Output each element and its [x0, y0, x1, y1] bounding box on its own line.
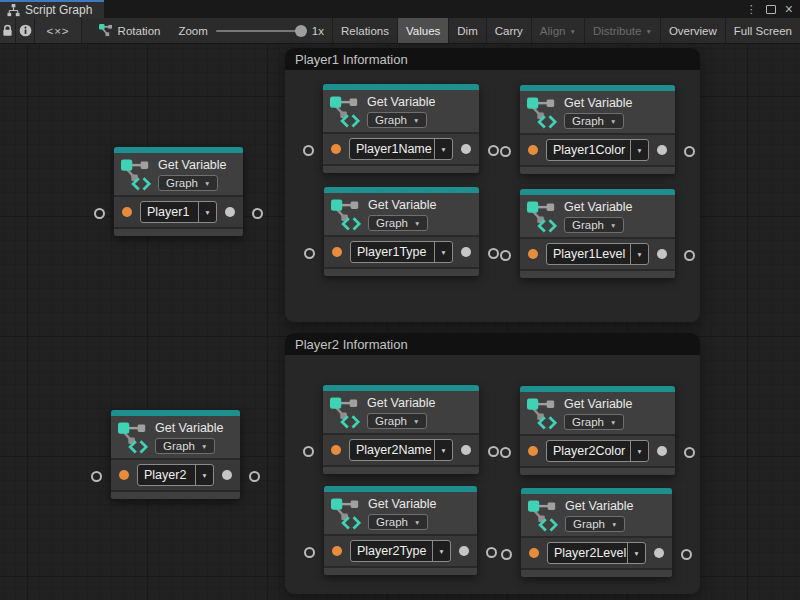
right-connection-port[interactable]: [684, 146, 695, 157]
overview-button[interactable]: Overview: [661, 18, 726, 43]
get-variable-node-player2color[interactable]: Get Variable Graph ▼ Player2Color ▼: [520, 386, 675, 475]
right-connection-port[interactable]: [249, 471, 260, 482]
right-connection-port[interactable]: [488, 446, 499, 457]
node-header-text: Get Variable Graph ▼: [368, 198, 437, 231]
group-header[interactable]: Player2 Information: [285, 333, 700, 355]
scope-dropdown[interactable]: Graph ▼: [155, 438, 215, 454]
info-button[interactable]: [16, 18, 35, 43]
window-menu-icon[interactable]: ⋮: [746, 4, 757, 15]
left-connection-port[interactable]: [303, 145, 314, 156]
left-connection-port[interactable]: [304, 547, 315, 558]
scope-dropdown[interactable]: Graph ▼: [564, 414, 624, 430]
right-connection-port[interactable]: [252, 208, 263, 219]
get-variable-node-player2[interactable]: Get Variable Graph ▼ Player2 ▼: [111, 410, 240, 499]
variable-icon: [527, 96, 557, 129]
right-connection-port[interactable]: [488, 248, 499, 259]
scope-dropdown[interactable]: Graph ▼: [158, 175, 218, 191]
variable-dropdown[interactable]: Player2Type ▼: [350, 540, 451, 562]
right-connection-port[interactable]: [681, 549, 692, 560]
left-connection-port[interactable]: [91, 471, 102, 482]
variable-dropdown[interactable]: Player1Level ▼: [546, 243, 649, 265]
chevron-down-icon[interactable]: ▼: [432, 541, 450, 561]
full-screen-button[interactable]: Full Screen: [726, 18, 800, 43]
get-variable-node-player1type[interactable]: Get Variable Graph ▼ Player1Type ▼: [324, 187, 479, 276]
chevron-down-icon[interactable]: ▼: [434, 139, 452, 159]
chevron-down-icon[interactable]: ▼: [627, 543, 645, 563]
scope-dropdown[interactable]: Graph ▼: [367, 112, 427, 128]
variable-dropdown[interactable]: Player2 ▼: [137, 464, 214, 486]
variable-dropdown[interactable]: Player2Level ▼: [547, 542, 646, 564]
rotation-control[interactable]: Rotation: [82, 18, 171, 43]
scope-dropdown[interactable]: Graph ▼: [564, 217, 624, 233]
chevron-down-icon[interactable]: ▼: [195, 465, 213, 485]
chevron-down-icon[interactable]: ▼: [434, 242, 452, 262]
right-connection-port[interactable]: [486, 547, 497, 558]
chevron-down-icon[interactable]: ▼: [630, 140, 648, 160]
chevron-down-icon[interactable]: ▼: [434, 440, 452, 460]
get-variable-node-player1level[interactable]: Get Variable Graph ▼ Player1Level ▼: [520, 189, 675, 278]
dim-button[interactable]: Dim: [449, 18, 486, 43]
variable-icon: [528, 499, 558, 532]
variable-dropdown[interactable]: Player2Name ▼: [349, 439, 453, 461]
chevron-down-icon[interactable]: ▼: [198, 202, 216, 222]
input-port-dot[interactable]: [119, 470, 129, 480]
variable-icon: [330, 396, 360, 429]
tab-script-graph[interactable]: Script Graph: [0, 0, 104, 18]
left-connection-port[interactable]: [303, 446, 314, 457]
node-header: Get Variable Graph ▼: [111, 416, 240, 458]
scope-dropdown[interactable]: Graph ▼: [368, 215, 428, 231]
input-port-dot[interactable]: [331, 445, 341, 455]
scope-dropdown[interactable]: Graph ▼: [367, 413, 427, 429]
input-port-dot[interactable]: [528, 145, 538, 155]
values-button[interactable]: Values: [398, 18, 449, 43]
variable-dropdown[interactable]: Player2Color ▼: [546, 440, 649, 462]
input-port-dot[interactable]: [332, 247, 342, 257]
close-icon[interactable]: ×: [785, 2, 793, 16]
graph-canvas[interactable]: Player1 Information Player2 Information …: [0, 44, 800, 600]
code-view-button[interactable]: <×>: [35, 18, 81, 43]
input-port-dot[interactable]: [528, 446, 538, 456]
variable-dropdown[interactable]: Player1Name ▼: [349, 138, 453, 160]
rotation-label: Rotation: [118, 25, 161, 37]
chevron-down-icon[interactable]: ▼: [630, 244, 648, 264]
get-variable-node-player2level[interactable]: Get Variable Graph ▼ Player2Level ▼: [521, 488, 672, 577]
left-connection-port[interactable]: [500, 447, 511, 458]
scope-dropdown[interactable]: Graph ▼: [564, 113, 624, 129]
left-connection-port[interactable]: [500, 250, 511, 261]
get-variable-node-player1[interactable]: Get Variable Graph ▼ Player1 ▼: [114, 147, 243, 236]
get-variable-node-player2name[interactable]: Get Variable Graph ▼ Player2Name ▼: [323, 385, 479, 474]
tab-title: Script Graph: [25, 3, 92, 17]
variable-icon: [330, 95, 360, 128]
right-connection-port[interactable]: [488, 145, 499, 156]
maximize-icon[interactable]: [766, 5, 776, 14]
get-variable-node-player1name[interactable]: Get Variable Graph ▼ Player1Name ▼: [323, 84, 479, 173]
chevron-down-icon[interactable]: ▼: [630, 441, 648, 461]
left-connection-port[interactable]: [500, 146, 511, 157]
scope-dropdown[interactable]: Graph ▼: [368, 514, 428, 530]
input-port-dot[interactable]: [528, 249, 538, 259]
zoom-slider[interactable]: [216, 30, 304, 32]
relations-button[interactable]: Relations: [333, 18, 398, 43]
group-header[interactable]: Player1 Information: [285, 48, 700, 70]
node-value-row: Player2Level ▼: [521, 536, 672, 568]
left-connection-port[interactable]: [94, 208, 105, 219]
zoom-slider-thumb[interactable]: [295, 25, 307, 37]
variable-dropdown[interactable]: Player1Type ▼: [350, 241, 453, 263]
align-dropdown-button[interactable]: Align ▼: [532, 18, 585, 43]
lock-button[interactable]: [0, 18, 16, 43]
distribute-dropdown-button[interactable]: Distribute ▼: [585, 18, 661, 43]
input-port-dot[interactable]: [331, 144, 341, 154]
right-connection-port[interactable]: [684, 447, 695, 458]
get-variable-node-player1color[interactable]: Get Variable Graph ▼ Player1Color ▼: [520, 85, 675, 174]
scope-dropdown[interactable]: Graph ▼: [565, 516, 625, 532]
variable-dropdown[interactable]: Player1Color ▼: [546, 139, 649, 161]
right-connection-port[interactable]: [684, 250, 695, 261]
input-port-dot[interactable]: [529, 548, 539, 558]
input-port-dot[interactable]: [122, 207, 132, 217]
left-connection-port[interactable]: [501, 549, 512, 560]
carry-button[interactable]: Carry: [487, 18, 532, 43]
left-connection-port[interactable]: [304, 248, 315, 259]
variable-dropdown[interactable]: Player1 ▼: [140, 201, 217, 223]
get-variable-node-player2type[interactable]: Get Variable Graph ▼ Player2Type ▼: [324, 486, 477, 575]
input-port-dot[interactable]: [332, 546, 342, 556]
